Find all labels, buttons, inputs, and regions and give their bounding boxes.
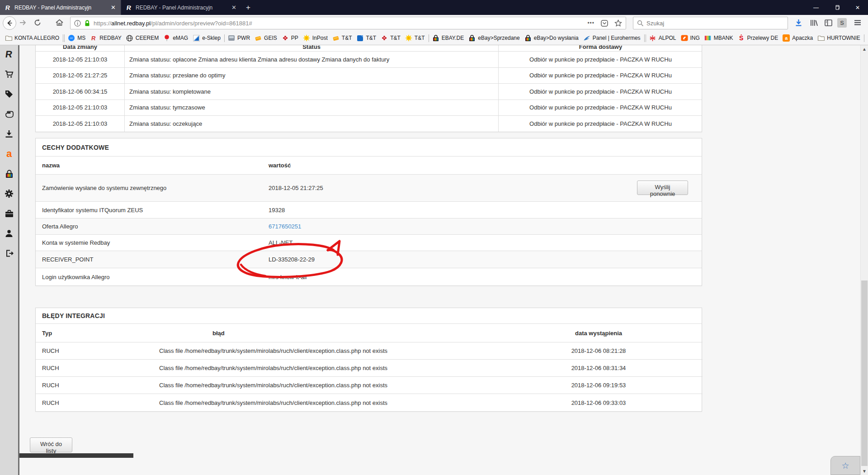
- bookmark-redbay[interactable]: R REDBAY: [88, 33, 123, 43]
- bookmark-mbank[interactable]: MBANK: [702, 33, 736, 43]
- restore-button[interactable]: [826, 0, 847, 15]
- bookmarks-toolbar: KONTA ALLEGRO MS R REDBAY CEEREM eMAG e-…: [0, 31, 868, 45]
- bookmark-ing[interactable]: ING: [679, 33, 702, 43]
- minimize-button[interactable]: —: [806, 0, 826, 15]
- sidebar-import-download-icon[interactable]: [0, 128, 18, 139]
- table-row: RUCH Class file /home/redbay/trunk/syste…: [36, 377, 702, 394]
- search-bar[interactable]: [633, 17, 788, 29]
- star-overlay-button[interactable]: ☆: [830, 456, 860, 475]
- bookmark-ebay-do-wyslania[interactable]: eBay>Do wysłania: [522, 33, 581, 43]
- section-title: BŁĘDY INTEGRACJI: [36, 308, 702, 324]
- bookmark-tt-2[interactable]: T&T: [354, 33, 378, 43]
- yellow-burst-icon: [303, 34, 310, 42]
- url-bar[interactable]: https://allnet.redbay.pl/pl/admin/orders…: [70, 17, 626, 29]
- sidebar-redbay-logo-icon[interactable]: R: [0, 49, 18, 60]
- bookmark-przelewy-de[interactable]: Ṡ Przelewy DE: [736, 33, 781, 43]
- page-actions-icon[interactable]: •••: [587, 20, 594, 26]
- red-asterisk-icon: [649, 34, 656, 42]
- sidebar-products-tag-icon[interactable]: [0, 89, 18, 100]
- bookmark-emag[interactable]: eMAG: [161, 33, 190, 43]
- scrollbar-thumb[interactable]: [861, 280, 868, 466]
- redbay-icon: R: [90, 34, 98, 42]
- bookmark-apaczka[interactable]: a Apaczka: [780, 33, 815, 43]
- tab-1[interactable]: R REDBAY - Panel Administracyjn ✕: [0, 0, 121, 15]
- sidebar-briefcase-icon[interactable]: [0, 208, 18, 219]
- table-row: Zamówienie wysłane do systemu zewnętrzne…: [36, 175, 702, 202]
- bookmark-e-sklep[interactable]: e-Sklep: [190, 33, 223, 43]
- admin-sidebar: R a: [0, 45, 19, 475]
- table-row: 2018-12-05 21:10:03 Zmiana statusu: ocze…: [36, 116, 702, 132]
- sidebar-allegro-icon[interactable]: a: [0, 148, 18, 159]
- pocket-icon[interactable]: [601, 20, 608, 27]
- library-icon[interactable]: [810, 19, 818, 27]
- bookmark-inpost[interactable]: InPost: [301, 33, 330, 43]
- table-row: 2018-12-05 21:10:03 Zmiana statusu: opła…: [36, 52, 702, 68]
- back-to-list-button[interactable]: Wróć do listy: [30, 437, 72, 452]
- vertical-scrollbar[interactable]: ▲ ▼: [860, 45, 868, 475]
- sidebar-hand-pointer-icon[interactable]: [0, 109, 18, 119]
- sidebar-ebay-bag-icon[interactable]: [0, 168, 18, 179]
- sidebar-user-icon[interactable]: [0, 228, 18, 239]
- page-content: Data zmiany Status Forma dostawy 2018-12…: [19, 45, 860, 475]
- red-mark-icon: [381, 34, 388, 42]
- bookmark-tt-4[interactable]: T&T: [403, 33, 427, 43]
- table-row: Oferta Allegro 6717650251: [36, 218, 702, 235]
- site-info-icon[interactable]: [74, 20, 81, 27]
- tab-2[interactable]: R REDBAY - Panel Administracyjn ✕: [121, 0, 241, 15]
- sidebars-icon[interactable]: [824, 19, 833, 27]
- table-row: RUCH Class file /home/redbay/trunk/syste…: [36, 342, 702, 360]
- tab-close-icon[interactable]: ✕: [110, 4, 117, 11]
- bookmark-pwr[interactable]: PWR: [226, 33, 252, 43]
- search-input[interactable]: [646, 20, 784, 27]
- sparkasse-icon: Ṡ: [738, 34, 745, 42]
- bookmark-pp[interactable]: PP: [279, 33, 301, 43]
- scroll-down-icon[interactable]: ▼: [861, 469, 868, 474]
- additional-features-section: CECHY DODATKOWE nazwa wartość Zamówienie…: [35, 138, 702, 286]
- scroll-up-icon[interactable]: ▲: [861, 47, 868, 52]
- bookmark-star-icon[interactable]: [614, 19, 622, 27]
- browser-titlebar: R REDBAY - Panel Administracyjn ✕ R REDB…: [0, 0, 868, 15]
- bookmark-tt-3[interactable]: T&T: [378, 33, 403, 43]
- bookmark-hurtownie[interactable]: HURTOWNIE: [815, 33, 863, 43]
- sidebar-logout-icon[interactable]: [0, 248, 18, 259]
- menu-hamburger-icon[interactable]: [854, 19, 862, 27]
- s-extension-icon[interactable]: S: [837, 18, 847, 28]
- sidebar-orders-cart-icon[interactable]: [0, 69, 18, 80]
- reload-icon[interactable]: [33, 19, 42, 27]
- close-button[interactable]: ✕: [847, 0, 868, 15]
- blue-shop-icon: [193, 34, 200, 42]
- ebay-bag-icon: [432, 34, 439, 42]
- downloads-icon[interactable]: [794, 19, 803, 27]
- url-text[interactable]: https://allnet.redbay.pl/pl/admin/orders…: [94, 20, 584, 27]
- gray-app-icon: [228, 34, 235, 42]
- bookmark-ms[interactable]: MS: [66, 33, 88, 43]
- yellow-burst-icon: [405, 34, 412, 42]
- features-table-header: nazwa wartość: [36, 157, 702, 175]
- bookmark-ebay-sprzedane[interactable]: eBay>Sprzedane: [466, 33, 522, 43]
- bookmark-ceerem[interactable]: CEEREM: [124, 33, 161, 43]
- sidebar-settings-gear-icon[interactable]: [0, 188, 18, 199]
- table-row: RECEIVER_POINT LD-335208-22-29: [36, 251, 702, 268]
- bookmark-konta-allegro[interactable]: KONTA ALLEGRO: [3, 33, 61, 43]
- ebay-bag-icon: [468, 34, 476, 42]
- ebay-bag-icon: [524, 34, 532, 42]
- back-button[interactable]: [3, 16, 16, 30]
- table-row: RUCH Class file /home/redbay/trunk/syste…: [36, 360, 702, 377]
- resend-button[interactable]: Wyślij ponownie: [637, 180, 688, 195]
- allegro-offer-link[interactable]: 6717650251: [269, 223, 301, 230]
- bookmark-ebay-de[interactable]: EBAY.DE: [430, 33, 467, 43]
- orange-tilt-icon: [332, 34, 340, 42]
- url-host: allnet.redbay.pl: [111, 20, 151, 27]
- home-button[interactable]: [55, 19, 64, 27]
- tab-close-icon[interactable]: ✕: [231, 4, 237, 11]
- bookmark-alpol[interactable]: ALPOL: [647, 33, 679, 43]
- integration-errors-section: BŁĘDY INTEGRACJI Typ błąd data wystąpien…: [35, 308, 702, 412]
- forward-button[interactable]: [19, 19, 27, 27]
- window-controls: — ✕: [806, 0, 868, 15]
- bookmark-panel-eurohermes[interactable]: Panel | Eurohermes: [581, 33, 643, 43]
- padlock-icon[interactable]: [84, 20, 90, 27]
- messenger-icon: [68, 34, 75, 42]
- bookmark-geis[interactable]: GEIS: [252, 33, 279, 43]
- new-tab-button[interactable]: +: [241, 0, 255, 15]
- bookmark-tt-1[interactable]: T&T: [330, 33, 354, 43]
